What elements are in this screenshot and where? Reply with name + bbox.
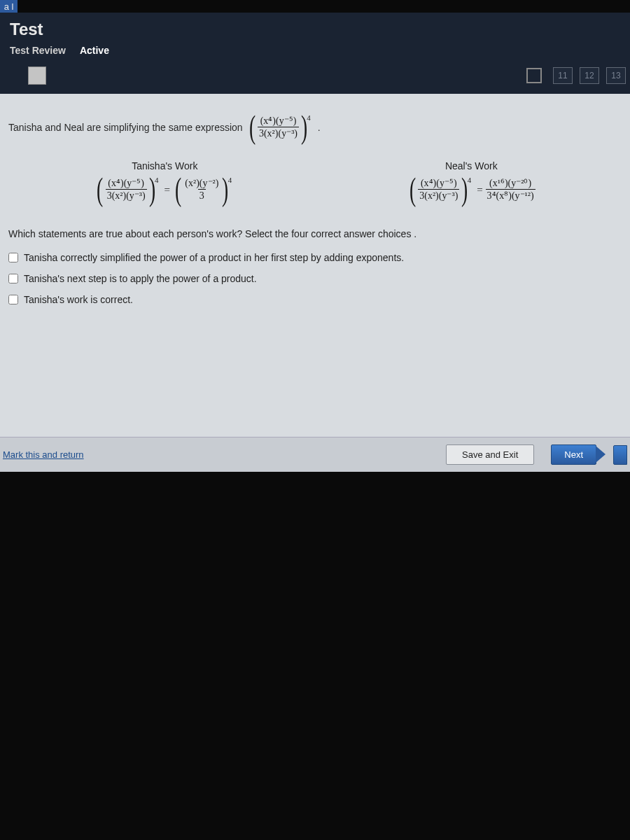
partial-button-fragment[interactable] [613, 445, 627, 465]
equals-sign: = [164, 184, 170, 196]
neal-rhs-num: (x¹⁶)(y⁻²⁰) [488, 178, 533, 189]
prompt-text: Tanisha and Neal are simplifying the sam… [8, 122, 243, 133]
option-2-checkbox[interactable] [8, 274, 18, 284]
neal-lhs-den: 3(x²)(y⁻³) [418, 189, 459, 202]
equals-sign: = [477, 184, 482, 196]
neal-work: Neal's Work ( (x⁴)(y⁻⁵) 3(x²)(y⁻³) ) 4 =… [407, 160, 536, 203]
tanisha-work: Tanisha's Work ( (x⁴)(y⁻⁵) 3(x²)(y⁻³) ) … [94, 160, 234, 203]
tanisha-title: Tanisha's Work [94, 160, 234, 172]
neal-rhs-den: 3⁴(x⁸)(y⁻¹²) [486, 189, 536, 202]
tanisha-lhs-exp: 4 [155, 176, 159, 184]
expr-denominator: 3(x²)(y⁻³) [258, 127, 299, 139]
option-1-label: Tanisha correctly simplified the power o… [24, 252, 404, 263]
option-2-label: Tanisha's next step is to apply the powe… [24, 273, 257, 284]
partial-header-fragment: a l [0, 0, 18, 13]
expr-numerator: (x⁴)(y⁻⁵) [259, 115, 298, 127]
nav-checkbox[interactable] [526, 68, 542, 83]
tanisha-rhs-num: (x²)(y⁻²) [183, 178, 220, 189]
instruction-text: Which statements are true about each per… [8, 228, 622, 239]
current-question-box[interactable] [28, 66, 46, 85]
neal-lhs-exp: 4 [468, 176, 472, 184]
option-1-checkbox[interactable] [8, 253, 18, 262]
tanisha-rhs-exp: 4 [228, 176, 232, 184]
option-1[interactable]: Tanisha correctly simplified the power o… [8, 252, 622, 263]
subtitle-review: Test Review [10, 45, 66, 56]
expr-exponent: 4 [307, 113, 311, 122]
option-3-checkbox[interactable] [8, 295, 18, 304]
tanisha-rhs-den: 3 [198, 189, 206, 202]
option-2[interactable]: Tanisha's next step is to apply the powe… [8, 273, 622, 284]
footer-bar: Mark this and return Save and Exit Next [0, 437, 630, 472]
subtitle-active: Active [80, 45, 109, 56]
page-num-13[interactable]: 13 [606, 67, 626, 84]
page-title: Test [0, 14, 630, 42]
prompt-period: . [318, 122, 321, 133]
tanisha-rhs: ( (x²)(y⁻²) 3 ) 4 [173, 177, 234, 203]
question-prompt: Tanisha and Neal are simplifying the sam… [8, 115, 622, 141]
neal-rhs: (x¹⁶)(y⁻²⁰) 3⁴(x⁸)(y⁻¹²) [486, 178, 536, 202]
next-button[interactable]: Next [551, 444, 596, 465]
page-num-12[interactable]: 12 [580, 67, 599, 84]
option-3-label: Tanisha's work is correct. [24, 294, 133, 305]
mark-return-link[interactable]: Mark this and return [3, 449, 84, 460]
next-label: Next [564, 449, 583, 460]
question-content: Tanisha and Neal are simplifying the sam… [0, 94, 630, 437]
main-expression: ( (x⁴)(y⁻⁵) 3(x²)(y⁻³) ) 4 [247, 115, 314, 141]
option-3[interactable]: Tanisha's work is correct. [8, 294, 622, 305]
page-num-11[interactable]: 11 [553, 67, 573, 84]
save-exit-button[interactable]: Save and Exit [446, 444, 534, 465]
question-nav: 11 12 13 [0, 63, 630, 91]
neal-lhs-num: (x⁴)(y⁻⁵) [419, 178, 458, 189]
tanisha-lhs: ( (x⁴)(y⁻⁵) 3(x²)(y⁻³) ) 4 [94, 177, 161, 203]
neal-title: Neal's Work [407, 160, 536, 172]
tanisha-lhs-den: 3(x²)(y⁻³) [106, 189, 147, 202]
tanisha-lhs-num: (x⁴)(y⁻⁵) [106, 178, 146, 189]
neal-lhs: ( (x⁴)(y⁻⁵) 3(x²)(y⁻³) ) 4 [407, 177, 474, 203]
test-header: Test Test Review Active 11 12 13 [0, 13, 630, 94]
